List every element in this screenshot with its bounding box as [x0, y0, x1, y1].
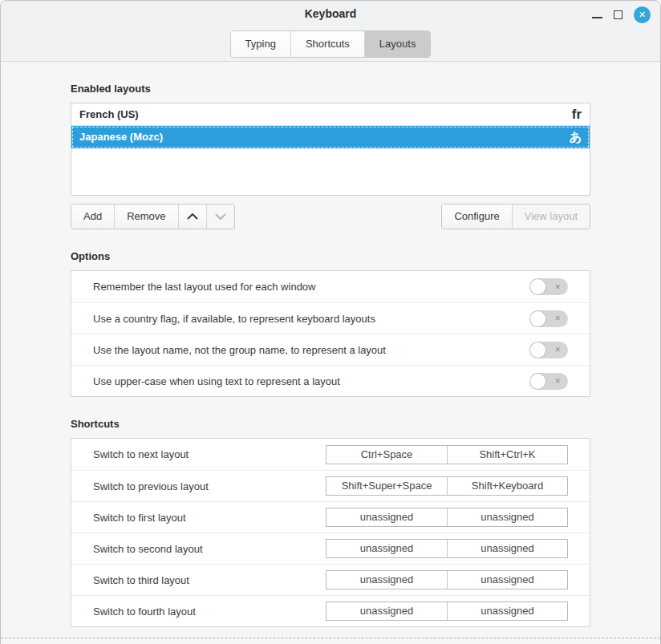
keybinding-button-1[interactable]: Shift+Super+Space [326, 477, 447, 495]
layout-tools-group: Configure View layout [441, 204, 590, 229]
keybinding-group: Ctrl+Space Shift+Ctrl+K [326, 445, 568, 464]
layout-indicator-fr: fr [572, 107, 582, 121]
minimize-icon[interactable] [592, 17, 602, 18]
option-label: Use the layout name, not the group name,… [93, 344, 529, 356]
toggle-off-icon: ✕ [554, 378, 561, 385]
option-label: Remember the last layout used for each w… [93, 281, 529, 293]
toggle-remember-layout[interactable]: ✕ [529, 278, 568, 295]
keybinding-group: unassigned unassigned [326, 539, 568, 558]
enabled-layouts-list: French (US) fr Japanese (Mozc) あ [71, 103, 590, 196]
view-layout-button[interactable]: View layout [512, 205, 590, 229]
shortcut-label: Switch to previous layout [93, 480, 326, 492]
toggle-off-icon: ✕ [554, 283, 561, 290]
tab-layouts[interactable]: Layouts [364, 31, 431, 57]
shortcuts-heading: Shortcuts [71, 418, 590, 430]
shortcut-label: Switch to fourth layout [93, 606, 326, 618]
keybinding-group: unassigned unassigned [326, 570, 568, 589]
tab-bar: Typing Shortcuts Layouts [1, 27, 660, 58]
window-resize-edge[interactable] [1, 638, 660, 638]
chevron-down-icon [215, 213, 226, 220]
toggle-off-icon: ✕ [554, 315, 561, 322]
list-item-japanese[interactable]: Japanese (Mozc) あ [71, 126, 590, 148]
toggle-knob [530, 311, 545, 326]
shortcut-row-first-layout: Switch to first layout unassigned unassi… [71, 501, 590, 533]
toggle-knob [530, 279, 545, 294]
layout-name: French (US) [79, 108, 139, 120]
close-icon[interactable]: ✕ [634, 6, 651, 23]
enabled-layouts-heading: Enabled layouts [71, 83, 590, 95]
configure-button[interactable]: Configure [442, 205, 511, 229]
option-row-layout-name: Use the layout name, not the group name,… [71, 334, 590, 365]
keybinding-button-2[interactable]: unassigned [447, 540, 567, 557]
layout-indicator-ja: あ [570, 131, 582, 143]
option-row-upper-case: Use upper-case when using text to repres… [71, 365, 590, 396]
move-down-button[interactable] [206, 205, 234, 229]
keybinding-group: Shift+Super+Space Shift+Keyboard [326, 476, 568, 496]
remove-button[interactable]: Remove [114, 205, 177, 229]
tab-typing[interactable]: Typing [231, 31, 290, 57]
list-item-french[interactable]: French (US) fr [71, 103, 590, 126]
layout-actions-row: Add Remove Configure View layout [71, 204, 590, 229]
keybinding-button-1[interactable]: unassigned [326, 508, 447, 526]
toggle-knob [530, 342, 545, 358]
toggle-upper-case[interactable]: ✕ [529, 373, 568, 390]
shortcuts-panel: Switch to next layout Ctrl+Space Shift+C… [71, 438, 590, 627]
keybinding-button-2[interactable]: unassigned [447, 602, 567, 620]
maximize-icon[interactable] [614, 10, 622, 19]
shortcut-row-second-layout: Switch to second layout unassigned unass… [71, 533, 590, 564]
keybinding-button-1[interactable]: unassigned [326, 540, 447, 557]
shortcut-row-previous-layout: Switch to previous layout Shift+Super+Sp… [71, 470, 590, 501]
option-label: Use a country flag, if available, to rep… [93, 313, 529, 325]
tab-shortcuts[interactable]: Shortcuts [290, 31, 364, 57]
shortcut-label: Switch to next layout [93, 448, 326, 460]
keybinding-group: unassigned unassigned [326, 508, 568, 527]
option-row-remember-layout: Remember the last layout used for each w… [71, 271, 590, 302]
keybinding-button-1[interactable]: unassigned [326, 571, 447, 589]
keybinding-button-2[interactable]: unassigned [447, 508, 567, 526]
keybinding-button-2[interactable]: Shift+Ctrl+K [447, 446, 567, 464]
toggle-layout-name[interactable]: ✕ [529, 342, 568, 358]
keyboard-settings-window: Keyboard ✕ Typing Shortcuts Layouts Enab… [0, 0, 661, 644]
shortcut-row-fourth-layout: Switch to fourth layout unassigned unass… [71, 595, 590, 626]
toggle-knob [530, 374, 545, 389]
shortcut-row-next-layout: Switch to next layout Ctrl+Space Shift+C… [71, 439, 590, 470]
keybinding-group: unassigned unassigned [326, 601, 568, 621]
keybinding-button-1[interactable]: Ctrl+Space [326, 446, 447, 464]
titlebar[interactable]: Keyboard ✕ [1, 1, 660, 27]
shortcut-label: Switch to first layout [93, 512, 326, 524]
add-button[interactable]: Add [71, 205, 114, 229]
option-label: Use upper-case when using text to repres… [93, 375, 529, 387]
keybinding-button-2[interactable]: Shift+Keyboard [447, 477, 567, 495]
options-heading: Options [71, 250, 590, 262]
toggle-country-flag[interactable]: ✕ [529, 310, 568, 327]
layout-name: Japanese (Mozc) [79, 131, 163, 143]
layouts-tab-content: Enabled layouts French (US) fr Japanese … [1, 83, 660, 627]
tab-group: Typing Shortcuts Layouts [230, 30, 432, 58]
toggle-off-icon: ✕ [554, 346, 561, 354]
window-header: Keyboard ✕ Typing Shortcuts Layouts [1, 1, 660, 62]
option-row-country-flag: Use a country flag, if available, to rep… [71, 302, 590, 334]
keybinding-button-1[interactable]: unassigned [326, 602, 447, 620]
options-panel: Remember the last layout used for each w… [71, 270, 590, 397]
move-up-button[interactable] [178, 205, 206, 229]
shortcut-row-third-layout: Switch to third layout unassigned unassi… [71, 564, 590, 595]
shortcut-label: Switch to third layout [93, 574, 326, 586]
list-edit-group: Add Remove [71, 204, 235, 229]
window-title: Keyboard [1, 7, 660, 20]
shortcut-label: Switch to second layout [93, 543, 326, 555]
window-controls: ✕ [592, 6, 651, 23]
chevron-up-icon [187, 213, 198, 220]
keybinding-button-2[interactable]: unassigned [447, 571, 567, 589]
